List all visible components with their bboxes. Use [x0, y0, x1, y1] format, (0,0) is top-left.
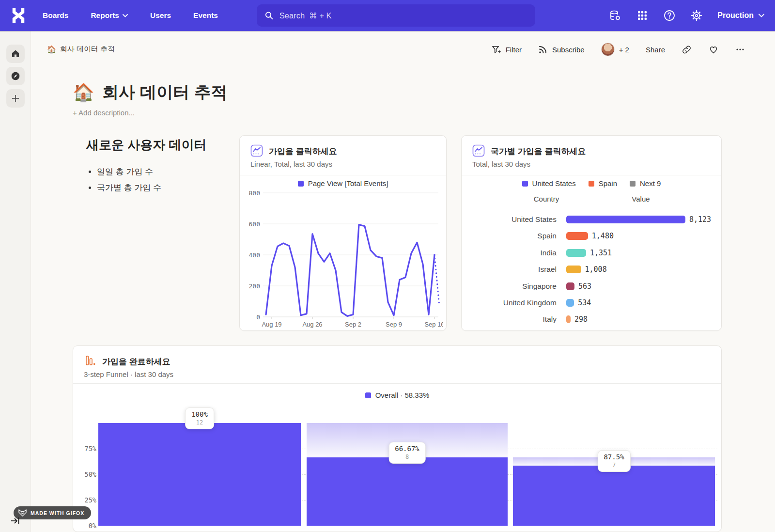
country-row-india[interactable]: India1,351: [462, 245, 721, 261]
page-title[interactable]: 회사 데이터 추적: [102, 81, 228, 104]
left-rail: [0, 31, 31, 532]
main-content: 🏠 회사 데이터 추적 Filter Subscribe + 2 Share: [31, 31, 775, 532]
board-title-row: 🏠 회사 데이터 추적: [73, 81, 228, 104]
funnel-step-bar-1[interactable]: [98, 423, 301, 526]
project-switcher[interactable]: Prouction: [717, 11, 764, 20]
report-title[interactable]: 국가별 가입을 클릭하세요: [491, 146, 586, 157]
search-bar[interactable]: [257, 4, 535, 27]
svg-text:Sep 2: Sep 2: [345, 321, 361, 328]
country-value-bar[interactable]: [566, 282, 574, 290]
board-members[interactable]: + 2: [601, 43, 629, 56]
filter-button[interactable]: Filter: [491, 45, 522, 55]
country-value: 1,480: [592, 232, 614, 240]
collapse-sidebar-icon[interactable]: [11, 516, 20, 525]
funnel-step-bar-3[interactable]: [513, 466, 715, 526]
country-row-spain[interactable]: Spain1,480: [462, 228, 721, 244]
legend-swatch: [630, 181, 636, 187]
help-icon[interactable]: [663, 9, 676, 22]
country-row-partial: [462, 328, 721, 331]
country-value: 298: [574, 315, 588, 324]
home-button[interactable]: [6, 45, 25, 63]
breadcrumb[interactable]: 🏠 회사 데이터 추적: [47, 45, 115, 54]
explore-button[interactable]: [6, 67, 25, 85]
country-value: 534: [578, 298, 591, 307]
country-label: India: [462, 249, 557, 257]
country-label: Italy: [462, 315, 557, 324]
add-description-button[interactable]: + Add description...: [73, 109, 135, 117]
country-row-singapore[interactable]: Singapore563: [462, 278, 721, 295]
favorite-button[interactable]: [708, 44, 719, 55]
svg-text:600: 600: [249, 220, 260, 228]
top-navigation-bar: Boards Reports Users Events: [0, 0, 775, 31]
avatar: [601, 43, 615, 56]
country-value-bar[interactable]: [566, 299, 574, 307]
nav-boards[interactable]: Boards: [43, 11, 68, 20]
country-row-united-kingdom[interactable]: United Kingdom534: [462, 295, 721, 311]
create-button[interactable]: [6, 89, 25, 108]
country-row-israel[interactable]: Israel1,008: [462, 261, 721, 278]
more-options-button[interactable]: [735, 45, 745, 54]
members-more-count: + 2: [619, 46, 629, 54]
report-title[interactable]: 가입을 클릭하세요: [269, 146, 337, 157]
board-toolbar: Filter Subscribe + 2 Share: [491, 43, 745, 56]
nav-reports[interactable]: Reports: [91, 11, 128, 20]
country-label: United Kingdom: [462, 298, 557, 307]
nav-events[interactable]: Events: [193, 11, 218, 20]
country-value-bar[interactable]: [566, 232, 588, 240]
country-value-bar[interactable]: [566, 266, 581, 273]
line-chart-icon: [250, 144, 263, 157]
svg-text:0: 0: [256, 313, 260, 321]
line-chart-card: 가입을 클릭하세요 Linear, Total, last 30 days Pa…: [239, 135, 447, 331]
country-row-italy[interactable]: Italy298: [462, 311, 721, 328]
mixpanel-logo-icon[interactable]: [9, 6, 28, 25]
country-value-bar[interactable]: [566, 216, 685, 223]
funnel-y-axis-label: 75%: [75, 445, 96, 453]
text-widget: 새로운 사용자 데이터 일일 총 가입 수 국가별 총 가입 수: [86, 137, 232, 198]
conversion-percent: 66.67%: [395, 445, 419, 453]
country-value-bar[interactable]: [566, 315, 571, 323]
breadcrumb-label: 회사 데이터 추적: [60, 45, 115, 54]
chevron-down-icon: [759, 14, 764, 17]
svg-text:200: 200: [249, 282, 260, 290]
gifox-badge[interactable]: MADE WITH GIFOX: [14, 506, 91, 519]
legend-item-spain[interactable]: Spain: [589, 179, 617, 188]
line-chart-plot[interactable]: 0200400600800Aug 19Aug 26Sep 2Sep 9Sep 1…: [244, 186, 443, 331]
funnel-card: 가입을 완료하세요 3-step Funnel · last 30 days O…: [73, 345, 722, 532]
country-row-united-states[interactable]: United States8,123: [462, 211, 721, 228]
legend-item-next-9[interactable]: Next 9: [630, 179, 661, 188]
country-value-bar[interactable]: [566, 249, 586, 257]
board-emoji: 🏠: [47, 45, 56, 54]
country-bar-card: 국가별 가입을 클릭하세요 Total, last 30 days United…: [461, 135, 722, 331]
svg-text:Sep 16: Sep 16: [424, 321, 443, 328]
country-value: 1,008: [585, 265, 607, 274]
subscribe-button[interactable]: Subscribe: [538, 45, 585, 54]
search-input[interactable]: [279, 11, 527, 20]
text-widget-bullet: 일일 총 가입 수: [97, 166, 232, 177]
share-button[interactable]: Share: [646, 46, 665, 54]
search-icon: [264, 11, 274, 20]
legend: United States Spain Next 9: [462, 179, 721, 188]
svg-text:Aug 19: Aug 19: [262, 321, 281, 328]
funnel-step-tooltip-1: 100%12: [185, 407, 214, 429]
line-chart-icon: [472, 144, 485, 157]
text-widget-bullet: 국가별 총 가입 수: [97, 182, 232, 193]
data-management-icon[interactable]: [609, 9, 621, 22]
column-header-value: Value: [621, 195, 660, 203]
funnel-step-bar-2[interactable]: [307, 457, 508, 526]
settings-gear-icon[interactable]: [690, 9, 703, 22]
rss-icon: [538, 45, 548, 54]
copy-link-button[interactable]: [682, 45, 692, 55]
divider: [462, 175, 721, 175]
country-value: 8,123: [689, 215, 711, 224]
svg-text:Sep 9: Sep 9: [386, 321, 402, 328]
conversion-percent: 100%: [191, 410, 208, 418]
funnel-plot: 0%25%50%75%100%1266.67%887.5%7: [73, 346, 721, 532]
apps-grid-icon[interactable]: [636, 9, 649, 22]
svg-text:800: 800: [249, 189, 260, 197]
conversion-count: 8: [395, 454, 419, 460]
nav-users[interactable]: Users: [150, 11, 171, 20]
funnel-step-tooltip-3: 87.5%7: [597, 450, 630, 472]
legend-item-united-states[interactable]: United States: [522, 179, 576, 188]
report-subtitle: Linear, Total, last 30 days: [250, 160, 332, 168]
funnel-y-axis-label: 0%: [75, 522, 96, 530]
